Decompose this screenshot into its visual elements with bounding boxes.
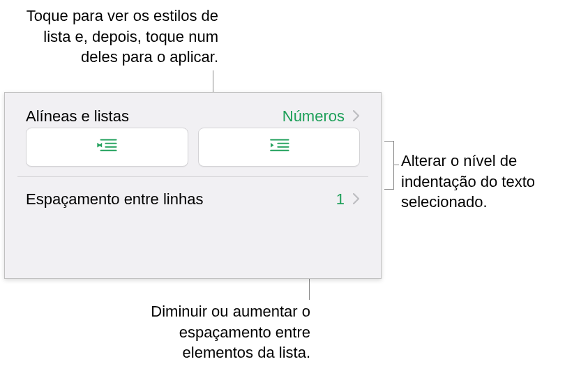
- bullets-lists-label: Alíneas e listas: [26, 107, 129, 126]
- chevron-right-icon: [353, 107, 360, 126]
- outdent-icon: [95, 137, 119, 158]
- annotation-indent: Alterar o nível de indentação do texto s…: [401, 151, 582, 213]
- outdent-button[interactable]: [26, 128, 188, 167]
- format-panel: Alíneas e listas Números: [4, 92, 382, 279]
- line-spacing-value-container[interactable]: 1: [336, 190, 360, 208]
- chevron-right-icon: [353, 190, 360, 208]
- line-spacing-label: Espaçamento entre linhas: [26, 190, 203, 208]
- list-style-value[interactable]: Números: [282, 107, 360, 126]
- indent-controls: [17, 128, 368, 177]
- callout-bracket-stem: [393, 165, 399, 165]
- list-style-text: Números: [282, 107, 345, 126]
- indent-button[interactable]: [198, 128, 361, 167]
- annotation-spacing: Diminuir ou aumentar o espaçamento entre…: [119, 301, 310, 363]
- line-spacing-value: 1: [336, 190, 345, 208]
- row-bullets-lists[interactable]: Alíneas e listas Números: [17, 93, 368, 128]
- annotation-list-styles: Toque para ver os estilos de lista e, de…: [6, 6, 218, 68]
- row-line-spacing[interactable]: Espaçamento entre linhas 1: [17, 177, 368, 222]
- callout-bracket: [384, 141, 394, 190]
- indent-icon: [267, 137, 291, 158]
